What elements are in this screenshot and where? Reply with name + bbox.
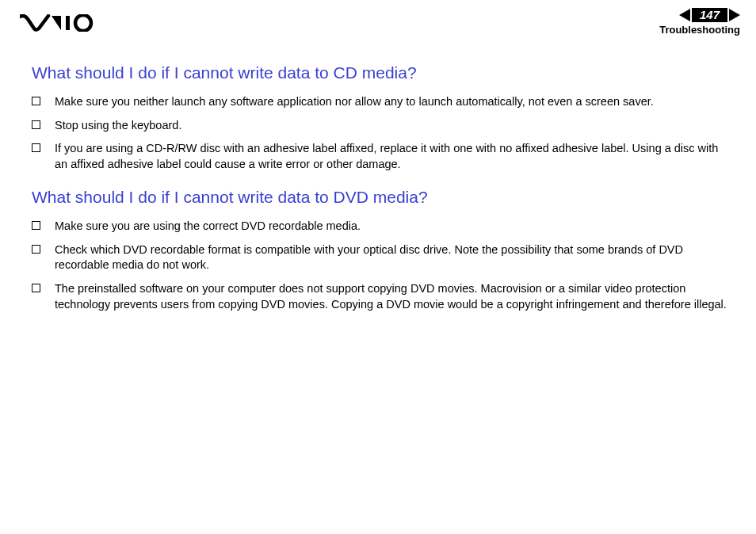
bullet-icon — [32, 245, 40, 254]
header-right: 147 Troubleshooting — [659, 8, 740, 36]
next-page-arrow-icon[interactable] — [729, 9, 740, 21]
list-item: Check which DVD recordable format is com… — [32, 242, 728, 273]
item-text: Make sure you are using the correct DVD … — [55, 219, 728, 235]
list-item: If you are using a CD-R/RW disc with an … — [32, 141, 728, 172]
vaio-logo — [20, 14, 95, 35]
bullet-icon — [32, 143, 40, 152]
section-label: Troubleshooting — [659, 24, 740, 36]
page-number: 147 — [692, 8, 727, 22]
item-text: If you are using a CD-R/RW disc with an … — [55, 141, 728, 172]
svg-point-1 — [75, 15, 91, 31]
item-text: The preinstalled software on your comput… — [55, 281, 728, 312]
list-item: The preinstalled software on your comput… — [32, 281, 728, 312]
item-text: Check which DVD recordable format is com… — [55, 242, 728, 273]
list-item: Make sure you are using the correct DVD … — [32, 219, 728, 235]
svg-rect-0 — [66, 16, 70, 30]
page-header: 147 Troubleshooting — [0, 0, 756, 40]
list-dvd-media: Make sure you are using the correct DVD … — [32, 219, 728, 312]
bullet-icon — [32, 221, 40, 230]
page-content: What should I do if I cannot write data … — [0, 40, 756, 312]
list-item: Make sure you neither launch any softwar… — [32, 94, 728, 110]
heading-cd-media: What should I do if I cannot write data … — [32, 63, 728, 82]
bullet-icon — [32, 97, 40, 105]
bullet-icon — [32, 120, 40, 129]
heading-dvd-media: What should I do if I cannot write data … — [32, 188, 728, 207]
list-cd-media: Make sure you neither launch any softwar… — [32, 94, 728, 172]
bullet-icon — [32, 284, 40, 292]
item-text: Make sure you neither launch any softwar… — [55, 94, 728, 110]
list-item: Stop using the keyboard. — [32, 118, 728, 134]
prev-page-arrow-icon[interactable] — [679, 9, 690, 21]
item-text: Stop using the keyboard. — [55, 118, 728, 134]
page-navigation: 147 — [679, 8, 740, 22]
